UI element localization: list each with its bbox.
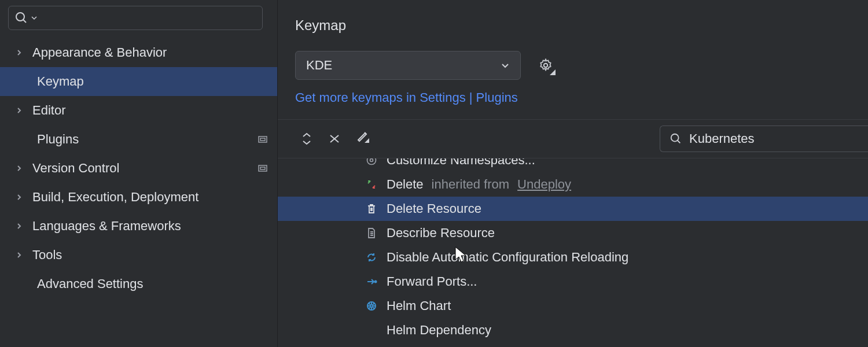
- svg-point-9: [370, 159, 373, 162]
- edit-shortcut-button[interactable]: [356, 130, 369, 147]
- sidebar-item-label: Languages & Frameworks: [32, 219, 268, 234]
- tree-item[interactable]: Forward Ports...: [278, 270, 868, 294]
- gear-icon: [365, 158, 378, 166]
- tree-item[interactable]: Delete inherited from Undeploy: [278, 172, 868, 197]
- expand-collapse-icon: [301, 132, 312, 146]
- search-value: Kubernetes: [689, 131, 755, 146]
- tree-item[interactable]: Customize Namespaces...: [278, 158, 868, 172]
- search-icon: [14, 11, 28, 25]
- sidebar-item-label: Build, Execution, Deployment: [32, 190, 268, 205]
- sidebar-item-build-execution-deployment[interactable]: Build, Execution, Deployment: [0, 183, 277, 212]
- tree-item[interactable]: Describe Resource: [278, 221, 868, 245]
- sidebar-item-label: Tools: [32, 248, 268, 263]
- chevron-down-icon: [31, 14, 38, 21]
- svg-line-8: [678, 141, 681, 143]
- document-icon: [365, 227, 378, 239]
- get-more-keymaps-link[interactable]: Get more keymaps in Settings | Plugins: [295, 90, 518, 105]
- sidebar-item-advanced-settings[interactable]: Advanced Settings: [0, 270, 277, 298]
- tree-item-label: Delete Resource: [387, 201, 481, 216]
- inherited-from-link[interactable]: Undeploy: [517, 177, 571, 192]
- sidebar-item-editor[interactable]: Editor: [0, 96, 277, 125]
- tree-item-label: Helm Dependency: [387, 323, 491, 338]
- forward-icon: [365, 276, 378, 287]
- sidebar-item-label: Version Control: [32, 161, 249, 176]
- collapse-icon: [329, 133, 340, 145]
- chevron-down-icon: [501, 61, 510, 70]
- tree-item-label: Describe Resource: [387, 226, 495, 241]
- tree-item-label: Helm Chart: [387, 298, 451, 313]
- svg-rect-5: [260, 167, 265, 169]
- chevron-right-icon: [14, 223, 24, 230]
- tree-item-label: Customize Namespaces...: [387, 158, 535, 168]
- sidebar-item-languages-frameworks[interactable]: Languages & Frameworks: [0, 212, 277, 241]
- chevron-right-icon: [14, 165, 24, 172]
- sidebar-item-keymap[interactable]: Keymap: [0, 67, 277, 96]
- svg-point-11: [375, 281, 377, 283]
- inherited-text: inherited from: [432, 177, 510, 192]
- project-badge-icon: [258, 134, 268, 145]
- sidebar-item-label: Keymap: [37, 74, 268, 89]
- keymap-settings-button[interactable]: [538, 58, 553, 73]
- sidebar-item-plugins[interactable]: Plugins: [0, 125, 277, 154]
- refresh-icon: [365, 252, 378, 263]
- collapse-all-button[interactable]: [329, 133, 340, 145]
- tree-item-label: Disable Automatic Configuration Reloadin…: [387, 250, 628, 265]
- chevron-right-icon: [14, 49, 24, 56]
- dropdown-value: KDE: [306, 58, 332, 73]
- svg-rect-3: [260, 138, 265, 141]
- tree-item[interactable]: Disable Automatic Configuration Reloadin…: [278, 245, 868, 270]
- tree-item-label: Forward Ports...: [387, 274, 477, 289]
- svg-point-6: [544, 64, 548, 68]
- sidebar-item-version-control[interactable]: Version Control: [0, 154, 277, 183]
- main-panel: Keymap KDE Get more keymaps in Settings …: [278, 0, 868, 347]
- helm-icon: [365, 300, 378, 312]
- svg-point-7: [671, 134, 679, 142]
- sidebar-item-label: Plugins: [37, 132, 249, 147]
- undeploy-icon: [365, 179, 378, 190]
- chevron-right-icon: [14, 107, 24, 114]
- keymap-action-tree: Customize Namespaces... Delete inherited…: [278, 158, 868, 342]
- sidebar-item-appearance-behavior[interactable]: Appearance & Behavior: [0, 38, 277, 67]
- svg-point-13: [370, 305, 373, 307]
- project-badge-icon: [258, 163, 268, 174]
- tree-item[interactable]: Delete Resource: [278, 197, 868, 221]
- search-icon: [670, 132, 682, 145]
- svg-rect-4: [259, 165, 267, 171]
- svg-point-0: [16, 13, 24, 21]
- svg-rect-2: [259, 136, 267, 142]
- expand-collapse-button[interactable]: [301, 132, 312, 146]
- keymap-dropdown[interactable]: KDE: [295, 51, 521, 80]
- sidebar-item-label: Appearance & Behavior: [32, 45, 268, 60]
- tree-item-label: Delete: [387, 177, 424, 192]
- tree-item[interactable]: Helm Chart: [278, 294, 868, 318]
- chevron-right-icon: [14, 252, 24, 259]
- sidebar-item-label: Advanced Settings: [37, 276, 268, 291]
- chevron-right-icon: [14, 194, 24, 201]
- page-title: Keymap: [278, 12, 868, 51]
- action-search-input[interactable]: Kubernetes: [660, 125, 868, 152]
- sidebar-item-label: Editor: [32, 103, 268, 118]
- settings-sidebar: Appearance & Behavior Keymap Editor Plug…: [0, 0, 278, 347]
- tree-item[interactable]: Helm Dependency: [278, 318, 868, 342]
- trash-icon: [365, 203, 378, 215]
- sidebar-item-tools[interactable]: Tools: [0, 241, 277, 270]
- sidebar-search-input[interactable]: [8, 6, 263, 30]
- svg-line-1: [23, 20, 26, 23]
